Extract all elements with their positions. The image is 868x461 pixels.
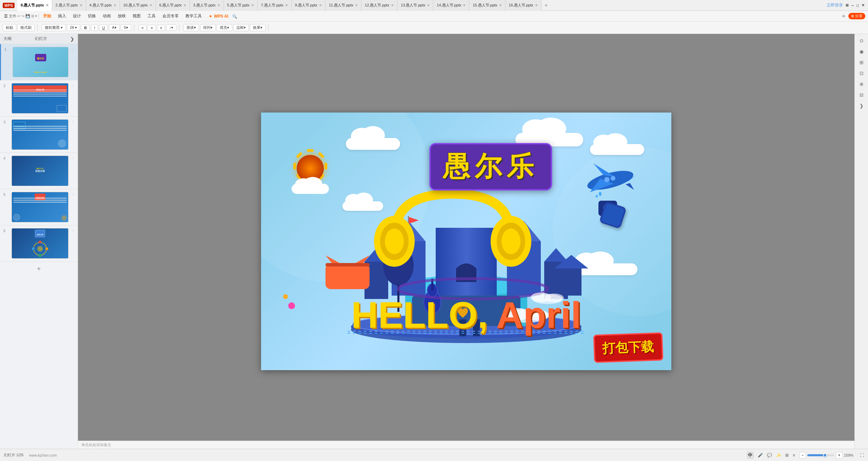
- align-right-button[interactable]: ≡: [157, 25, 165, 31]
- zoom-in-button[interactable]: +: [836, 452, 843, 459]
- tab-close-icon[interactable]: ✕: [46, 3, 48, 7]
- line-color-button[interactable]: 边框▾: [233, 24, 249, 31]
- tab-close-icon[interactable]: ✕: [391, 3, 394, 7]
- slides-tab[interactable]: 幻灯片: [35, 36, 47, 42]
- tab-11[interactable]: 11.愚人节.pptx ✕: [326, 0, 361, 11]
- menu-transition[interactable]: 切换: [85, 13, 99, 20]
- share-button[interactable]: ⊞: [846, 3, 849, 7]
- login-button[interactable]: 立即登录: [827, 2, 843, 8]
- undo-icon[interactable]: ↩: [17, 14, 20, 18]
- font-size-select[interactable]: 28 ▾: [67, 24, 80, 31]
- paste-button[interactable]: 粘贴: [3, 24, 16, 31]
- tab-close-icon[interactable]: ✕: [285, 3, 288, 7]
- file-menu-item[interactable]: 文件: [9, 14, 16, 19]
- slide-5-thumbnail[interactable]: 5 活动介绍 ☆: [0, 189, 78, 225]
- menu-membership[interactable]: 会员专享: [160, 13, 181, 20]
- line-spacing-button[interactable]: ↕▾: [166, 24, 176, 31]
- slide-4-star-icon[interactable]: ☆: [71, 156, 74, 160]
- close-button[interactable]: ✕: [862, 3, 865, 7]
- language-indicator[interactable]: 中: [747, 452, 754, 459]
- zoom-slider[interactable]: [807, 454, 834, 456]
- slide-canvas[interactable]: 愚尔乐: [261, 113, 671, 370]
- right-panel-icon-4[interactable]: ⊡: [857, 69, 866, 77]
- slide-1-thumbnail[interactable]: 1 愚尔乐 HELLO, April ☆: [0, 44, 78, 80]
- menu-animation[interactable]: 动画: [100, 13, 114, 20]
- tab-close-icon[interactable]: ✕: [150, 3, 152, 7]
- menu-toggle-icon[interactable]: ☰: [4, 14, 8, 19]
- slide-6-star-icon[interactable]: ☆: [71, 228, 74, 233]
- slide-1-star-icon[interactable]: ☆: [71, 47, 74, 51]
- arrange-button[interactable]: 排列▾: [200, 24, 216, 31]
- tab-4[interactable]: 4.愚人节.pptx ✕: [86, 0, 120, 11]
- effects-button[interactable]: 效果▾: [250, 24, 265, 31]
- tab-close-icon[interactable]: ✕: [217, 3, 220, 7]
- tab-close-icon[interactable]: ✕: [183, 3, 186, 7]
- annotation-bar[interactable]: 单击此处添加备注: [78, 441, 854, 449]
- save-icon[interactable]: 💾: [25, 14, 30, 18]
- right-panel-icon-3[interactable]: ⊞: [857, 58, 866, 66]
- menu-slideshow[interactable]: 放映: [115, 13, 129, 20]
- collapse-sidebar-button[interactable]: ❯: [70, 36, 74, 42]
- share-presentation-button[interactable]: ⊞ 分享: [848, 13, 865, 19]
- grid-icon[interactable]: ⊞: [785, 453, 789, 458]
- tab-12[interactable]: 12.愚人节.pptx ✕: [361, 0, 397, 11]
- outline-tab[interactable]: 大纲: [3, 36, 12, 42]
- font-color-button[interactable]: A▾: [109, 24, 119, 31]
- more-icon[interactable]: ▾: [35, 14, 37, 18]
- print-icon[interactable]: ⊞: [31, 14, 34, 18]
- font-select[interactable]: 微软雅黑 ▾: [42, 24, 66, 31]
- zoom-out-button[interactable]: −: [799, 452, 806, 459]
- sparkle-icon[interactable]: ✨: [776, 453, 781, 458]
- tab-7[interactable]: 7.愚人节.pptx ✕: [258, 0, 292, 11]
- menu-start[interactable]: 开始: [40, 13, 54, 20]
- right-panel-icon-5[interactable]: ⊕: [857, 80, 866, 88]
- text-shadow-button[interactable]: S▾: [121, 24, 131, 31]
- menu-review[interactable]: 视图: [130, 13, 143, 20]
- shapes-button[interactable]: 形状▾: [183, 24, 199, 31]
- align-center-button[interactable]: ≡: [147, 25, 156, 31]
- menu-teaching[interactable]: 教学工具: [183, 13, 204, 20]
- slide-4-thumbnail[interactable]: 4 HELLO, 活动介绍 ☆: [0, 153, 78, 189]
- minimize-button[interactable]: ─: [851, 3, 854, 7]
- menu-tools[interactable]: 工具: [145, 13, 158, 20]
- tab-close-icon[interactable]: ✕: [319, 3, 322, 7]
- tab-close-icon[interactable]: ✕: [499, 3, 502, 7]
- right-panel-icon-1[interactable]: ⊙: [857, 37, 866, 45]
- tab-8[interactable]: 8.愚人节.pptx ✕: [17, 0, 52, 11]
- tab-3[interactable]: 3.愚人节.pptx ✕: [190, 0, 224, 11]
- fill-color-button[interactable]: 填充▾: [217, 24, 232, 31]
- tab-close-icon[interactable]: ✕: [535, 3, 538, 7]
- tab-close-icon[interactable]: ✕: [80, 3, 82, 7]
- italic-button[interactable]: I: [91, 25, 98, 31]
- slide-3-thumbnail[interactable]: 3 CONTENTS ☆: [0, 117, 78, 153]
- microphone-icon[interactable]: 🎤: [758, 453, 763, 458]
- wps-ai-label[interactable]: WPS AI: [214, 14, 228, 19]
- bold-button[interactable]: B: [81, 25, 90, 31]
- menu-design[interactable]: 设计: [70, 13, 84, 20]
- align-left-button[interactable]: ≡: [138, 25, 146, 31]
- search-button[interactable]: 🔍: [232, 13, 237, 19]
- format-painter-button[interactable]: 格式刷: [17, 24, 35, 31]
- right-panel-icon-7[interactable]: ❯: [857, 102, 866, 110]
- right-panel-icon-6[interactable]: ⊟: [857, 91, 866, 99]
- tab-10[interactable]: 10.愚人节.pptx ✕: [120, 0, 156, 11]
- eye-icon[interactable]: 👁: [842, 14, 846, 18]
- tab-5[interactable]: 5.愚人节.pptx ✕: [224, 0, 258, 11]
- slide-2-star-icon[interactable]: ☆: [71, 83, 74, 87]
- slide-5-star-icon[interactable]: ☆: [71, 192, 74, 196]
- maximize-button[interactable]: □: [856, 3, 859, 7]
- fullscreen-icon[interactable]: ⛶: [860, 453, 864, 458]
- tab-close-icon[interactable]: ✕: [114, 3, 116, 7]
- add-slide-button[interactable]: +: [0, 262, 78, 276]
- comment-icon[interactable]: ≡: [793, 453, 795, 458]
- tab-close-icon[interactable]: ✕: [251, 3, 254, 7]
- slide-3-star-icon[interactable]: ☆: [71, 119, 74, 124]
- feedback-icon[interactable]: 💬: [767, 453, 772, 458]
- tab-close-icon[interactable]: ✕: [463, 3, 466, 7]
- tab-9[interactable]: 9.愚人节.pptx ✕: [292, 0, 326, 11]
- redo-icon[interactable]: ↪: [21, 14, 24, 18]
- tab-close-icon[interactable]: ✕: [427, 3, 430, 7]
- underline-button[interactable]: U: [99, 25, 108, 31]
- menu-insert[interactable]: 插入: [55, 13, 69, 20]
- right-panel-icon-2[interactable]: ◉: [857, 47, 866, 56]
